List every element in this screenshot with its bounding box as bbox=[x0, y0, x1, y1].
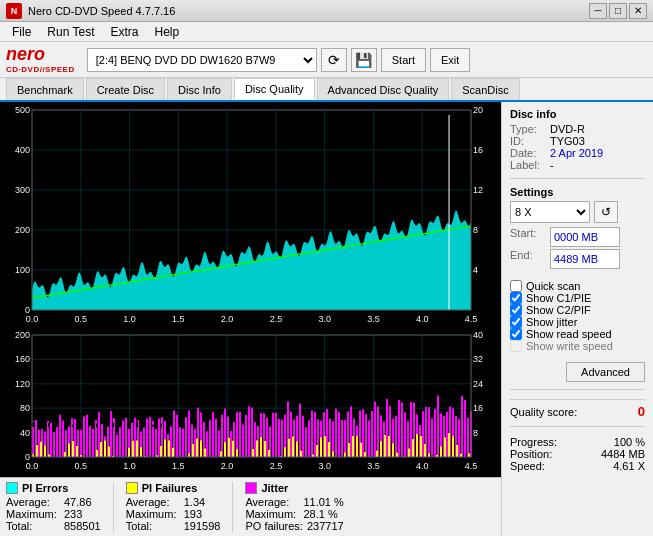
quick-scan-label: Quick scan bbox=[526, 280, 580, 292]
tab-create-disc[interactable]: Create Disc bbox=[86, 78, 165, 100]
show-c1-row: Show C1/PIE bbox=[510, 292, 645, 304]
jitter-legend bbox=[245, 482, 257, 494]
start-input[interactable] bbox=[550, 227, 620, 247]
drive-select[interactable]: [2:4] BENQ DVD DD DW1620 B7W9 bbox=[87, 48, 317, 72]
show-jitter-row: Show jitter bbox=[510, 316, 645, 328]
menu-help[interactable]: Help bbox=[147, 23, 188, 41]
toolbar: nero CD·DVD//SPEED [2:4] BENQ DVD DD DW1… bbox=[0, 42, 653, 78]
show-jitter-checkbox[interactable] bbox=[510, 316, 522, 328]
menu-extra[interactable]: Extra bbox=[102, 23, 146, 41]
pi-errors-max-row: Maximum: 233 bbox=[6, 508, 101, 520]
jitter-max-row: Maximum: 28.1 % bbox=[245, 508, 343, 520]
disc-label-row: Label: - bbox=[510, 159, 645, 171]
nero-logo-text: nero bbox=[6, 45, 45, 65]
show-c2-pif-label: Show C2/PIF bbox=[526, 304, 591, 316]
advanced-button[interactable]: Advanced bbox=[566, 362, 645, 382]
upper-chart bbox=[2, 104, 499, 328]
pi-failures-total-row: Total: 191598 bbox=[126, 520, 221, 532]
jitter-po-row: PO failures: 237717 bbox=[245, 520, 343, 532]
tab-benchmark[interactable]: Benchmark bbox=[6, 78, 84, 100]
lower-chart bbox=[2, 330, 499, 475]
show-read-speed-checkbox[interactable] bbox=[510, 328, 522, 340]
show-read-speed-row: Show read speed bbox=[510, 328, 645, 340]
show-write-speed-checkbox bbox=[510, 340, 522, 352]
quick-scan-row: Quick scan bbox=[510, 280, 645, 292]
quality-score-row: Quality score: 0 bbox=[510, 399, 645, 419]
show-c1-pie-checkbox[interactable] bbox=[510, 292, 522, 304]
pi-errors-stats: PI Errors Average: 47.86 Maximum: 233 To… bbox=[6, 482, 101, 532]
quality-score-value: 0 bbox=[638, 404, 645, 419]
show-write-speed-row: Show write speed bbox=[510, 340, 645, 352]
stats-footer: PI Errors Average: 47.86 Maximum: 233 To… bbox=[0, 477, 501, 536]
chart-panel: PI Errors Average: 47.86 Maximum: 233 To… bbox=[0, 102, 501, 536]
speed-row: Speed: 4.61 X bbox=[510, 460, 645, 472]
disc-id-row: ID: TYG03 bbox=[510, 135, 645, 147]
pi-failures-max-row: Maximum: 193 bbox=[126, 508, 221, 520]
nero-sub-text: CD·DVD//SPEED bbox=[6, 65, 75, 74]
progress-value: 100 % bbox=[614, 436, 645, 448]
maximize-button[interactable]: □ bbox=[609, 3, 627, 19]
nero-logo: nero CD·DVD//SPEED bbox=[6, 45, 75, 74]
tab-disc-info[interactable]: Disc Info bbox=[167, 78, 232, 100]
disc-info-title: Disc info bbox=[510, 108, 645, 120]
divider-2 bbox=[232, 482, 233, 532]
save-button[interactable]: 💾 bbox=[351, 48, 377, 72]
title-bar-buttons: ─ □ ✕ bbox=[589, 3, 647, 19]
show-read-speed-label: Show read speed bbox=[526, 328, 612, 340]
end-row: End: bbox=[510, 249, 645, 269]
progress-row: Progress: 100 % bbox=[510, 436, 645, 448]
show-c2-pif-checkbox[interactable] bbox=[510, 304, 522, 316]
show-c2-row: Show C2/PIF bbox=[510, 304, 645, 316]
tab-advanced-disc-quality[interactable]: Advanced Disc Quality bbox=[317, 78, 450, 100]
pi-failures-title: PI Failures bbox=[142, 482, 198, 494]
progress-label: Progress: bbox=[510, 436, 557, 448]
jitter-stats: Jitter Average: 11.01 % Maximum: 28.1 % … bbox=[245, 482, 343, 532]
pi-failures-avg-row: Average: 1.34 bbox=[126, 496, 221, 508]
speed-select[interactable]: 8 X bbox=[510, 201, 590, 223]
pi-failures-stats: PI Failures Average: 1.34 Maximum: 193 T… bbox=[126, 482, 221, 532]
start-row: Start: bbox=[510, 227, 645, 247]
position-value: 4484 MB bbox=[601, 448, 645, 460]
title-bar-text: Nero CD-DVD Speed 4.7.7.16 bbox=[28, 5, 589, 17]
menu-run-test[interactable]: Run Test bbox=[39, 23, 102, 41]
jitter-title: Jitter bbox=[261, 482, 288, 494]
pi-errors-title: PI Errors bbox=[22, 482, 68, 494]
pi-errors-avg-row: Average: 47.86 bbox=[6, 496, 101, 508]
title-bar: N Nero CD-DVD Speed 4.7.7.16 ─ □ ✕ bbox=[0, 0, 653, 22]
app-icon: N bbox=[6, 3, 22, 19]
position-row: Position: 4484 MB bbox=[510, 448, 645, 460]
right-panel: Disc info Type: DVD-R ID: TYG03 Date: 2 … bbox=[501, 102, 653, 536]
speed-value: 4.61 X bbox=[613, 460, 645, 472]
exit-button[interactable]: Exit bbox=[430, 48, 470, 72]
quick-scan-checkbox[interactable] bbox=[510, 280, 522, 292]
tab-disc-quality[interactable]: Disc Quality bbox=[234, 78, 315, 100]
pi-errors-total-row: Total: 858501 bbox=[6, 520, 101, 532]
divider-settings bbox=[510, 178, 645, 179]
progress-section: Progress: 100 % Position: 4484 MB Speed:… bbox=[510, 436, 645, 472]
minimize-button[interactable]: ─ bbox=[589, 3, 607, 19]
tab-scan-disc[interactable]: ScanDisc bbox=[451, 78, 519, 100]
jitter-avg-row: Average: 11.01 % bbox=[245, 496, 343, 508]
disc-info-section: Disc info Type: DVD-R ID: TYG03 Date: 2 … bbox=[510, 108, 645, 171]
position-label: Position: bbox=[510, 448, 552, 460]
start-button[interactable]: Start bbox=[381, 48, 426, 72]
divider-1 bbox=[113, 482, 114, 532]
divider-quality bbox=[510, 389, 645, 390]
checkboxes-section: Quick scan Show C1/PIE Show C2/PIF Show … bbox=[510, 280, 645, 352]
show-c1-pie-label: Show C1/PIE bbox=[526, 292, 591, 304]
tab-bar: Benchmark Create Disc Disc Info Disc Qua… bbox=[0, 78, 653, 102]
quality-score-label: Quality score: bbox=[510, 406, 577, 418]
disc-date-row: Date: 2 Apr 2019 bbox=[510, 147, 645, 159]
show-jitter-label: Show jitter bbox=[526, 316, 577, 328]
settings-title: Settings bbox=[510, 186, 645, 198]
pi-errors-legend bbox=[6, 482, 18, 494]
end-input[interactable] bbox=[550, 249, 620, 269]
refresh-settings-button[interactable]: ↺ bbox=[594, 201, 618, 223]
show-write-speed-label: Show write speed bbox=[526, 340, 613, 352]
menu-file[interactable]: File bbox=[4, 23, 39, 41]
speed-row: 8 X ↺ bbox=[510, 201, 645, 223]
close-button[interactable]: ✕ bbox=[629, 3, 647, 19]
refresh-drive-button[interactable]: ⟳ bbox=[321, 48, 347, 72]
settings-section: Settings 8 X ↺ Start: End: bbox=[510, 186, 645, 269]
speed-label: Speed: bbox=[510, 460, 545, 472]
